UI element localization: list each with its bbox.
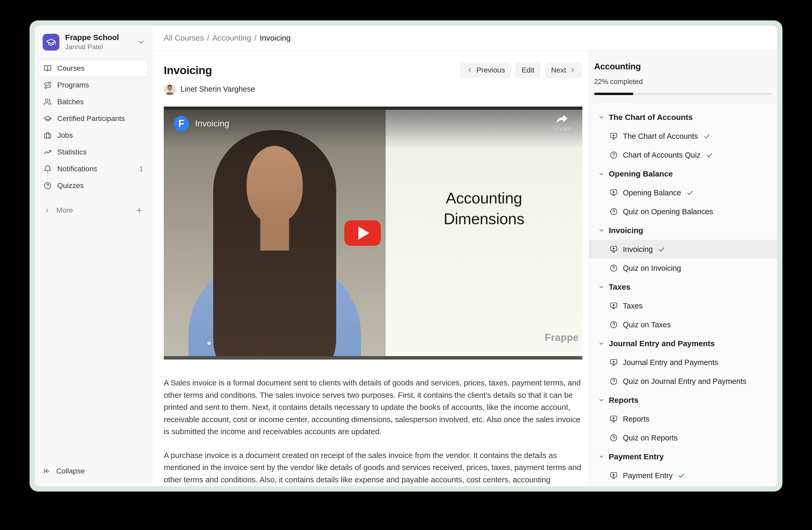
slide-title: Accounting Dimensions [424,188,544,229]
trending-up-icon [44,148,52,156]
collapse-sidebar-button[interactable]: Collapse [35,467,152,486]
outline-lesson-taxes[interactable]: Taxes [589,296,777,315]
next-button[interactable]: Next [545,62,582,78]
course-outline-sidebar: Accounting 22% completed The Chart of Ac… [589,51,777,486]
outline-lesson-invoicing-current[interactable]: Invoicing [589,240,777,259]
video-channel-chip[interactable]: F Invoicing [174,116,229,131]
edit-button-label: Edit [522,66,534,74]
frappe-school-logo [43,34,59,51]
lesson-label: Payment Entry [623,471,672,480]
share-button[interactable]: Share [552,114,571,133]
sidebar-item-certified-participants[interactable]: Certified Participants [39,110,148,127]
outline-section-reports[interactable]: Reports [589,391,777,409]
outline-section-journal-entry[interactable]: Journal Entry and Payments [589,334,777,353]
section-title: Journal Entry and Payments [609,339,715,348]
chevron-down-icon [598,227,605,234]
breadcrumb-accounting[interactable]: Accounting [213,33,251,42]
lesson-label: Opening Balance [623,189,681,197]
outline-quiz-invoicing[interactable]: Quiz on Invoicing [589,259,777,278]
help-circle-icon [610,377,618,385]
sidebar-item-quizzes[interactable]: Quizzes [39,177,148,194]
lesson-label: Taxes [623,302,643,310]
author-row: Linet Sherin Varghese [164,83,582,95]
previous-button[interactable]: Previous [460,62,511,78]
sidebar-item-jobs[interactable]: Jobs [39,127,148,144]
outline-section-taxes[interactable]: Taxes [589,278,777,296]
share-label: Share [552,125,571,133]
sidebar-item-label: Quizzes [57,181,84,190]
outline-quiz-opening-balances[interactable]: Quiz on Opening Balances [589,202,777,221]
outline-section-chart-of-accounts[interactable]: The Chart of Accounts [589,108,777,127]
book-open-icon [44,65,52,72]
chevron-down-icon [598,284,605,290]
chevron-down-icon [598,397,605,403]
progress-bar-fill [594,93,633,95]
chevron-down-icon [598,340,605,347]
quiz-label: Quiz on Taxes [623,321,671,329]
sidebar-item-label: Notifications [57,165,97,173]
video-player[interactable]: Accounting Dimensions Frappe F Invoicing… [164,107,582,360]
sidebar-item-label: Programs [57,81,89,89]
check-icon [703,133,710,140]
sidebar-item-more[interactable]: More [39,202,148,219]
lesson-title-row: Invoicing Previous Edit Next [164,62,582,78]
presenter-face [247,146,303,223]
monitor-play-icon [610,359,618,366]
outline-quiz-chart-of-accounts[interactable]: Chart of Accounts Quiz [589,145,777,165]
check-icon [686,189,694,196]
brand-name: Frappe School [65,33,119,42]
section-title: Taxes [609,282,630,291]
brand-text: Frappe School Jannat Patel [65,33,119,51]
collapse-label: Collapse [56,467,85,475]
sidebar-item-label: Statistics [57,148,87,156]
outline-lesson-chart-of-accounts[interactable]: The Chart of Accounts [589,127,777,145]
progress-label: 22% completed [594,78,772,86]
outline-quiz-reports[interactable]: Quiz on Reports [589,428,777,447]
next-button-label: Next [551,66,566,74]
outline-section-payment-entry[interactable]: Payment Entry [589,447,777,466]
author-avatar [164,83,176,95]
sidebar-item-label: Jobs [57,131,73,140]
sidebar-item-notifications[interactable]: Notifications 1 [39,161,148,177]
outline-quiz-taxes[interactable]: Quiz on Taxes [589,315,777,334]
quiz-label: Chart of Accounts Quiz [623,151,700,159]
lesson-paragraph: A Sales invoice is a formal document sen… [164,377,582,438]
sidebar-item-batches[interactable]: Batches [39,94,148,110]
breadcrumb-all-courses[interactable]: All Courses [164,33,204,42]
outline-lesson-reports[interactable]: Reports [589,409,777,428]
lesson-label: Invoicing [623,245,653,254]
add-shortcut-button[interactable] [135,206,143,214]
monitor-play-icon [610,472,618,479]
chevron-down-icon[interactable] [137,38,145,46]
sidebar-item-courses[interactable]: Courses [39,60,148,77]
lesson-nav-buttons: Previous Edit Next [460,62,582,78]
outline-section-invoicing[interactable]: Invoicing [589,221,777,240]
bell-icon [44,165,52,173]
outline-lesson-opening-balance[interactable]: Opening Balance [589,183,777,202]
play-icon [358,226,369,240]
sidebar-item-statistics[interactable]: Statistics [39,144,148,161]
quiz-label: Quiz on Invoicing [623,264,681,273]
breadcrumb: All Courses / Accounting / Invoicing [152,26,777,51]
sidebar-item-label: Courses [57,64,85,72]
check-icon [706,152,713,159]
help-circle-icon [610,321,618,329]
monitor-play-icon [610,415,618,423]
outline-lesson-journal-entry[interactable]: Journal Entry and Payments [589,353,777,372]
briefcase-icon [44,131,52,139]
outline-section-opening-balance[interactable]: Opening Balance [589,165,777,183]
chevron-down-icon [598,171,605,177]
monitor-play-icon [610,189,618,197]
check-icon [678,472,685,479]
edit-button[interactable]: Edit [516,62,540,78]
lesson-content: Invoicing Previous Edit Next [152,51,589,486]
monitor-play-icon [610,245,618,253]
workspace-switcher[interactable]: Frappe School Jannat Patel [35,26,152,52]
outline-quiz-journal-entry[interactable]: Quiz on Journal Entry and Payments [589,372,777,391]
sidebar-nav: Courses Programs Batches Certified Parti… [35,52,152,219]
sidebar-item-programs[interactable]: Programs [39,77,148,94]
chevron-down-icon [598,454,605,460]
graduation-cap-icon [44,115,52,123]
outline-lesson-payment-entry[interactable]: Payment Entry [589,466,777,485]
play-button[interactable] [344,220,381,246]
